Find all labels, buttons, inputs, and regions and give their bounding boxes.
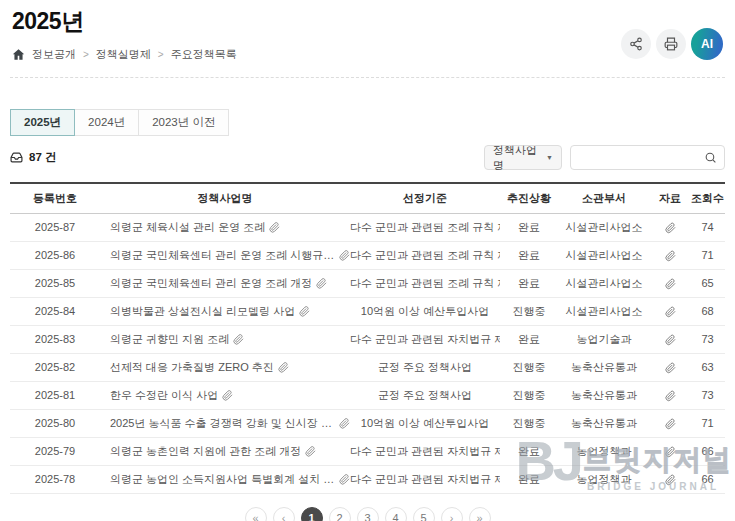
attachment-icon[interactable] <box>665 334 676 345</box>
selection-criteria: 10억원 이상 예산투입사업 <box>350 409 500 437</box>
table-row: 2025-80 2025년 농식품 수출 경쟁력 강화 및 신시장 개척 10억… <box>10 409 725 437</box>
policy-list-page: 2025년 정보공개 > 정책실명제 > 주요정책목록 AI 2025년 202… <box>0 0 735 521</box>
policy-table: 등록번호 정책사업명 선정기준 추진상황 소관부서 자료 조회수 2025-87… <box>10 182 725 494</box>
view-count: 65 <box>690 269 725 297</box>
pagination: « ‹ 1 2 3 4 5 › » <box>10 507 725 521</box>
view-count: 63 <box>690 353 725 381</box>
attachment-icon[interactable] <box>222 390 233 401</box>
policy-name-link[interactable]: 2025년 농식품 수출 경쟁력 강화 및 신시장 개척 <box>110 416 350 431</box>
selection-criteria: 다수 군민과 관련된 자치법규 제·개정사항 <box>350 325 500 353</box>
attachment-icon[interactable] <box>665 390 676 401</box>
share-button[interactable] <box>621 29 651 59</box>
print-button[interactable] <box>656 29 686 59</box>
attachment-cell <box>650 241 690 269</box>
attachment-icon[interactable] <box>299 306 310 317</box>
department: 시설관리사업소 <box>558 241 650 269</box>
table-row: 2025-78 의령군 농업인 소득지원사업 특별회계 설치 및 운용 조례..… <box>10 465 725 493</box>
attachment-icon[interactable] <box>305 446 316 457</box>
breadcrumb-item-info[interactable]: 정보공개 <box>32 47 76 62</box>
policy-name-link[interactable]: 의령군 국민체육센터 관리 운영 조례 개정 <box>110 276 327 291</box>
department: 시설관리사업소 <box>558 297 650 325</box>
status-badge: 완료 <box>500 241 558 269</box>
table-row: 2025-81 한우 수정란 이식 사업 군정 주요 정책사업 진행중 농축산유… <box>10 381 725 409</box>
pagination-page-1[interactable]: 1 <box>301 507 323 521</box>
status-badge: 완료 <box>500 325 558 353</box>
attachment-icon[interactable] <box>665 474 676 485</box>
attachment-icon[interactable] <box>665 250 676 261</box>
policy-name-cell: 선제적 대응 가축질병 ZERO 추진 <box>100 353 350 381</box>
pagination-page-5[interactable]: 5 <box>413 507 435 521</box>
attachment-cell <box>650 325 690 353</box>
registration-number: 2025-84 <box>10 297 100 325</box>
policy-name-link[interactable]: 선제적 대응 가축질병 ZERO 추진 <box>110 360 289 375</box>
selection-criteria: 군정 주요 정책사업 <box>350 353 500 381</box>
attachment-icon[interactable] <box>269 222 280 233</box>
department: 농축산유통과 <box>558 353 650 381</box>
policy-name-link[interactable]: 의령군 국민체육센터 관리 운영 조례 시행규칙 개정 <box>110 248 350 263</box>
pagination-prev-button[interactable]: ‹ <box>273 507 295 521</box>
search-box <box>570 145 725 170</box>
attachment-icon[interactable] <box>339 250 350 261</box>
tab-2023-earlier[interactable]: 2023년 이전 <box>138 109 229 136</box>
attachment-icon[interactable] <box>665 418 676 429</box>
policy-name-link[interactable]: 의령군 농촌인력 지원에 관한 조례 개정 <box>110 444 316 459</box>
breadcrumb-item-policy-realname[interactable]: 정책실명제 <box>96 47 151 62</box>
attachment-icon[interactable] <box>339 474 350 485</box>
policy-name-cell: 의병박물관 상설전시실 리모델링 사업 <box>100 297 350 325</box>
table-row: 2025-86 의령군 국민체육센터 관리 운영 조례 시행규칙 개정 다수 군… <box>10 241 725 269</box>
policy-name-link[interactable]: 의령군 귀향민 지원 조례 <box>110 332 244 347</box>
breadcrumb: 정보공개 > 정책실명제 > 주요정책목록 <box>12 47 725 62</box>
attachment-cell <box>650 297 690 325</box>
breadcrumb-separator: > <box>158 49 164 60</box>
breadcrumb-separator: > <box>83 49 89 60</box>
policy-name-cell: 2025년 농식품 수출 경쟁력 강화 및 신시장 개척 <box>100 409 350 437</box>
attachment-icon[interactable] <box>339 418 350 429</box>
pagination-first-button[interactable]: « <box>245 507 267 521</box>
ai-assistant-button[interactable]: AI <box>691 28 723 60</box>
search-icon[interactable] <box>704 151 717 164</box>
policy-name-cell: 의령군 국민체육센터 관리 운영 조례 개정 <box>100 269 350 297</box>
print-icon <box>664 37 678 51</box>
pagination-last-button[interactable]: » <box>469 507 491 521</box>
share-icon <box>629 37 643 51</box>
status-badge: 완료 <box>500 437 558 465</box>
selection-criteria: 다수 군민과 관련된 조례 규칙 제개정 <box>350 241 500 269</box>
policy-name-link[interactable]: 의병박물관 상설전시실 리모델링 사업 <box>110 304 310 319</box>
chevron-down-icon: ▼ <box>546 154 553 161</box>
attachment-icon[interactable] <box>665 306 676 317</box>
status-badge: 완료 <box>500 269 558 297</box>
search-input[interactable] <box>578 152 704 164</box>
pagination-next-button[interactable]: › <box>441 507 463 521</box>
department: 농업정책과 <box>558 437 650 465</box>
policy-name-link[interactable]: 의령군 농업인 소득지원사업 특별회계 설치 및 운용 조례.. <box>110 472 350 487</box>
policy-name-link[interactable]: 한우 수정란 이식 사업 <box>110 388 233 403</box>
selection-criteria: 다수 군민과 관련된 조례 규칙 제개정 <box>350 269 500 297</box>
view-count: 73 <box>690 325 725 353</box>
view-count: 66 <box>690 465 725 493</box>
attachment-icon[interactable] <box>316 278 327 289</box>
status-badge: 진행중 <box>500 353 558 381</box>
search-field-select[interactable]: 정책사업명 ▼ <box>484 145 562 170</box>
attachment-icon[interactable] <box>278 362 289 373</box>
pagination-page-3[interactable]: 3 <box>357 507 379 521</box>
attachment-icon[interactable] <box>665 222 676 233</box>
home-icon[interactable] <box>12 48 25 61</box>
tab-2024[interactable]: 2024년 <box>74 109 139 136</box>
policy-name-cell: 의령군 국민체육센터 관리 운영 조례 시행규칙 개정 <box>100 241 350 269</box>
registration-number: 2025-78 <box>10 465 100 493</box>
pagination-page-2[interactable]: 2 <box>329 507 351 521</box>
attachment-icon[interactable] <box>233 334 244 345</box>
attachment-cell <box>650 465 690 493</box>
attachment-icon[interactable] <box>665 446 676 457</box>
breadcrumb-item-policy-list[interactable]: 주요정책목록 <box>171 47 237 62</box>
policy-name-link[interactable]: 의령군 체육시설 관리 운영 조례 <box>110 220 280 235</box>
attachment-icon[interactable] <box>665 278 676 289</box>
status-badge: 완료 <box>500 465 558 493</box>
status-badge: 완료 <box>500 213 558 241</box>
list-toolbar: 87 건 정책사업명 ▼ <box>10 145 725 170</box>
attachment-icon[interactable] <box>665 362 676 373</box>
table-body: 2025-87 의령군 체육시설 관리 운영 조례 다수 군민과 관련된 조례 … <box>10 213 725 493</box>
pagination-page-4[interactable]: 4 <box>385 507 407 521</box>
tab-2025[interactable]: 2025년 <box>10 109 75 136</box>
selection-criteria: 다수 군민과 관련된 조례 규칙 제·개정 사항 <box>350 213 500 241</box>
